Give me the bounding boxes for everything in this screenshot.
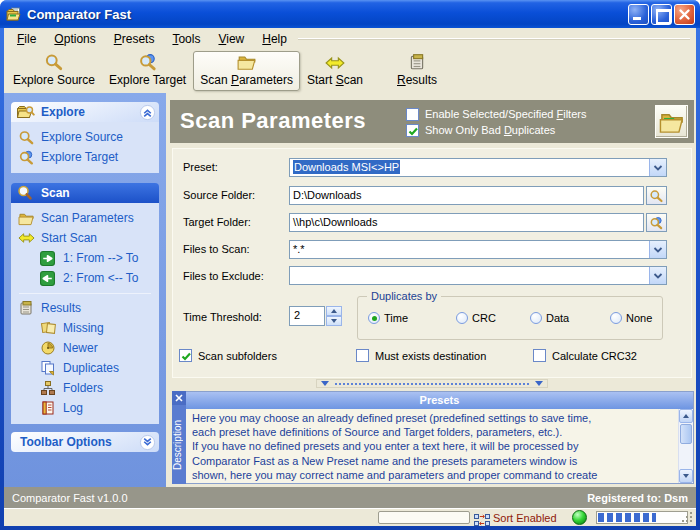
time-threshold-input[interactable]: 2 [289,306,325,326]
maximize-button[interactable] [651,4,672,25]
sidebar-item-label: Missing [63,321,104,335]
files-to-scan-dropdown-button[interactable] [649,241,666,258]
radio-label: Time [384,312,408,324]
toolbar-scan-parameters-button[interactable]: Scan Parameters [193,51,300,91]
spin-down-button[interactable] [326,316,342,326]
checkbox-label: Enable Selected/Specified Filters [425,108,586,120]
header-filters: Enable Selected/Specified Filters Show O… [406,106,586,138]
radio-time[interactable]: Time [368,312,456,324]
radio-button[interactable] [456,312,468,324]
arrow-right-icon [40,250,58,266]
files-to-exclude-row [289,266,667,285]
enable-filters-checkbox[interactable] [406,108,419,121]
down-arrow-icon [683,474,689,478]
sort-icon [474,512,490,526]
description-close-button[interactable] [172,391,186,405]
panel-splitter[interactable] [170,379,694,388]
header-folder-button[interactable] [655,105,688,138]
radio-label: Data [546,312,569,324]
close-button[interactable] [674,4,695,25]
radio-button[interactable] [610,312,622,324]
show-bad-duplicates-checkbox-row[interactable]: Show Only Bad Duplicates [406,122,586,138]
preset-combobox[interactable]: Downloads MSI<>HP [289,158,667,177]
sidebar-item-explore-source[interactable]: Explore Source [11,127,159,147]
calculate-crc32-checkbox[interactable] [533,349,546,362]
scroll-up-button[interactable] [679,409,693,423]
show-bad-duplicates-checkbox[interactable] [406,124,419,137]
description-panel: Description Presets Here you may choose … [172,391,694,484]
sidebar-group-explore-body: Explore Source Explore Target [11,122,159,173]
sidebar-item-explore-target[interactable]: Explore Target [11,147,159,167]
enable-filters-checkbox-row[interactable]: Enable Selected/Specified Filters [406,106,586,122]
radio-data[interactable]: Data [530,312,610,324]
status-bar: Comparator Fast v1.0.0 Registered to: Ds… [4,487,696,508]
progress-field [378,511,470,524]
sidebar-group-toolbar-options-header[interactable]: Toolbar Options [11,432,159,452]
sidebar-group-scan-header[interactable]: Scan [11,183,159,203]
sidebar-item-label: Folders [63,381,103,395]
toolbar-results-button[interactable]: Results [390,51,444,91]
magnifier-target-icon [649,216,664,230]
sidebar-item-missing[interactable]: Missing [11,318,159,338]
source-folder-input[interactable]: D:\Downloads [289,186,644,205]
time-threshold-label: Time Threshold: [183,311,262,323]
minimize-button[interactable] [628,4,649,25]
must-exists-destination-checkbox[interactable] [356,349,369,362]
sidebar-item-results[interactable]: Results [11,298,159,318]
files-to-exclude-dropdown-button[interactable] [649,267,666,284]
bottom-bar: Sort Enabled [4,508,696,526]
source-browse-button[interactable] [646,186,667,205]
menu-help[interactable]: Help [253,29,296,49]
clock-icon [40,340,58,356]
sidebar-item-from-to-1[interactable]: 1: From --> To [11,248,159,268]
radio-none[interactable]: None [610,312,652,324]
checkbox-label: Calculate CRC32 [552,350,637,362]
description-title: Presets [186,392,693,409]
menu-options[interactable]: Options [45,29,104,49]
chevron-down-icon[interactable] [139,434,156,451]
sidebar-item-newer[interactable]: Newer [11,338,159,358]
menu-view[interactable]: View [209,29,253,49]
menu-tools[interactable]: Tools [163,29,209,49]
titlebar: Comparator Fast [0,0,700,28]
sidebar-item-folders[interactable]: Folders [11,378,159,398]
resize-grip[interactable] [690,520,692,522]
description-scrollbar[interactable] [678,409,693,483]
files-to-scan-combobox[interactable]: *.* [289,240,667,259]
sidebar-item-scan-parameters[interactable]: Scan Parameters [11,208,159,228]
spin-up-button[interactable] [326,306,342,316]
scan-subfolders-checkbox-row[interactable]: Scan subfolders [179,349,277,362]
sidebar-item-from-to-2[interactable]: 2: From <-- To [11,268,159,288]
sidebar-item-start-scan[interactable]: Start Scan [11,228,159,248]
splitter-handle[interactable] [316,379,548,388]
calculate-crc32-checkbox-row[interactable]: Calculate CRC32 [533,349,637,362]
sidebar-group-explore-header[interactable]: Explore [11,102,159,122]
target-browse-button[interactable] [646,213,667,232]
sidebar-item-label: Explore Source [41,130,123,144]
files-to-exclude-combobox[interactable] [289,266,667,285]
preset-dropdown-button[interactable] [649,159,666,176]
chevron-up-icon[interactable] [139,104,156,121]
scroll-down-button[interactable] [679,469,693,483]
toolbar-explore-target-button[interactable]: Explore Target [102,51,193,91]
menu-file[interactable]: File [8,29,45,49]
collapse-arrow-icon [535,381,543,386]
scrollbar-thumb[interactable] [680,424,692,444]
radio-button[interactable] [368,312,380,324]
must-exists-destination-checkbox-row[interactable]: Must exists destination [356,349,486,362]
target-folder-input[interactable]: \\hp\c\Downloads [289,213,644,232]
window: Comparator Fast File Options Presets Too… [0,0,700,530]
target-folder-label: Target Folder: [183,216,251,228]
sidebar-item-duplicates[interactable]: Duplicates [11,358,159,378]
files-to-scan-row: *.* [289,240,667,259]
radio-button[interactable] [530,312,542,324]
toolbar-start-scan-button[interactable]: Start Scan [300,51,370,91]
checkbox-label: Scan subfolders [198,350,277,362]
selected-text: Downloads MSI<>HP [293,160,400,174]
toolbar-button-label: Explore Target [109,73,186,87]
radio-crc[interactable]: CRC [456,312,530,324]
menu-presets[interactable]: Presets [105,29,164,49]
sidebar-item-log[interactable]: Log [11,398,159,418]
toolbar-explore-source-button[interactable]: Explore Source [6,51,102,91]
scan-subfolders-checkbox[interactable] [179,349,192,362]
